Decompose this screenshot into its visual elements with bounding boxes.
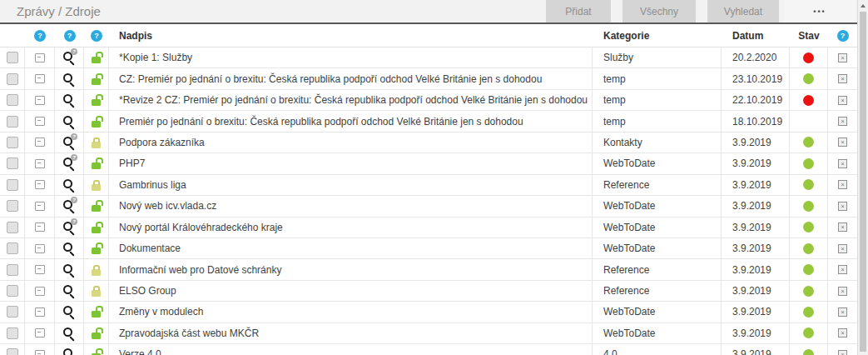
preview-magnifier-icon[interactable]: ? bbox=[62, 72, 76, 86]
preview-magnifier-icon[interactable]: ? bbox=[62, 242, 76, 255]
row-title[interactable]: *Revize 2 CZ: Premiér po jednání o brexi… bbox=[109, 90, 593, 110]
row-title[interactable]: CZ: Premiér po jednání o brexitu: Česká … bbox=[109, 68, 593, 88]
preview-magnifier-icon[interactable]: ? bbox=[62, 51, 76, 64]
delete-box-icon[interactable]: × bbox=[838, 96, 847, 105]
row-title[interactable]: PHP7 bbox=[109, 153, 593, 173]
preview-magnifier-icon[interactable]: ? bbox=[62, 178, 76, 192]
lock-icon[interactable] bbox=[92, 311, 101, 318]
expand-icon[interactable] bbox=[35, 117, 45, 126]
column-header-nadpis[interactable]: Nadpis bbox=[109, 24, 593, 47]
delete-box-icon[interactable]: × bbox=[838, 328, 847, 338]
preview-magnifier-icon[interactable]: ? bbox=[62, 327, 76, 340]
row-title[interactable]: Nový web icv.vlada.cz bbox=[109, 196, 593, 216]
column-header-stav[interactable]: Stav bbox=[790, 24, 828, 47]
lock-icon[interactable] bbox=[92, 248, 101, 254]
vyhledat-button[interactable]: Vyhledat bbox=[707, 0, 779, 22]
row-checkbox[interactable] bbox=[7, 242, 18, 254]
row-checkbox[interactable] bbox=[7, 200, 18, 212]
status-dot[interactable] bbox=[803, 201, 814, 212]
expand-icon[interactable] bbox=[35, 287, 45, 296]
row-title[interactable]: Nový portál Královéhradeckého kraje bbox=[109, 218, 593, 238]
lock-icon[interactable] bbox=[92, 142, 101, 148]
preview-magnifier-icon[interactable]: ? bbox=[62, 157, 76, 170]
row-checkbox[interactable] bbox=[7, 222, 18, 233]
status-dot[interactable] bbox=[803, 179, 814, 190]
scroll-up-arrow-icon[interactable] bbox=[861, 4, 866, 8]
status-dot[interactable] bbox=[803, 137, 814, 148]
expand-icon[interactable] bbox=[35, 265, 45, 274]
lock-icon[interactable] bbox=[92, 205, 101, 212]
delete-box-icon[interactable]: × bbox=[838, 74, 847, 83]
preview-magnifier-icon[interactable]: ? bbox=[62, 263, 76, 277]
expand-icon[interactable] bbox=[35, 244, 45, 253]
status-dot[interactable] bbox=[803, 52, 814, 63]
help-icon[interactable]: ? bbox=[837, 30, 849, 42]
delete-box-icon[interactable]: × bbox=[838, 117, 847, 126]
status-dot[interactable] bbox=[803, 286, 814, 297]
delete-box-icon[interactable]: × bbox=[838, 308, 847, 317]
row-title[interactable]: *Kopie 1: Služby bbox=[109, 48, 593, 68]
delete-box-icon[interactable]: × bbox=[838, 244, 847, 253]
expand-icon[interactable] bbox=[35, 222, 45, 232]
lock-icon[interactable] bbox=[92, 290, 101, 297]
status-dot[interactable] bbox=[803, 349, 814, 355]
expand-icon[interactable] bbox=[35, 138, 45, 147]
expand-icon[interactable] bbox=[35, 180, 45, 189]
delete-box-icon[interactable]: × bbox=[838, 202, 847, 211]
expand-icon[interactable] bbox=[35, 74, 45, 83]
help-icon[interactable]: ? bbox=[91, 30, 102, 42]
row-checkbox[interactable] bbox=[7, 158, 18, 169]
delete-box-icon[interactable]: × bbox=[838, 180, 847, 189]
status-dot[interactable] bbox=[803, 264, 814, 275]
row-title[interactable]: ELSO Group bbox=[109, 281, 593, 301]
preview-magnifier-icon[interactable]: ? bbox=[62, 348, 76, 355]
status-dot[interactable] bbox=[803, 307, 814, 318]
row-title[interactable]: Zpravodajská část webu MKČR bbox=[109, 323, 593, 343]
lock-icon[interactable] bbox=[92, 184, 101, 191]
delete-box-icon[interactable]: × bbox=[838, 287, 847, 296]
status-dot[interactable] bbox=[803, 73, 814, 84]
column-header-kategorie[interactable]: Kategorie bbox=[593, 24, 722, 47]
lock-icon[interactable] bbox=[92, 332, 101, 339]
preview-magnifier-icon[interactable]: ? bbox=[62, 93, 76, 107]
row-checkbox[interactable] bbox=[7, 52, 18, 63]
pridat-button[interactable]: Přidat bbox=[546, 0, 611, 22]
vsechny-button[interactable]: Všechny bbox=[622, 0, 696, 22]
expand-icon[interactable] bbox=[35, 308, 45, 317]
row-checkbox[interactable] bbox=[7, 116, 18, 128]
lock-icon[interactable] bbox=[92, 121, 101, 128]
status-dot[interactable] bbox=[803, 158, 814, 169]
lock-icon[interactable] bbox=[92, 57, 101, 63]
status-dot[interactable] bbox=[803, 328, 814, 338]
expand-icon[interactable] bbox=[35, 328, 45, 338]
row-title[interactable]: Gambrinus liga bbox=[109, 175, 593, 195]
delete-box-icon[interactable]: × bbox=[838, 222, 847, 232]
row-title[interactable]: Verze 4.0 bbox=[109, 344, 593, 355]
delete-box-icon[interactable]: × bbox=[838, 138, 847, 147]
status-dot[interactable] bbox=[803, 243, 814, 254]
row-title[interactable]: Informační web pro Datové schránky bbox=[109, 259, 593, 279]
row-checkbox[interactable] bbox=[7, 137, 18, 148]
preview-magnifier-icon[interactable]: ? bbox=[62, 115, 76, 128]
delete-box-icon[interactable]: × bbox=[838, 350, 847, 355]
help-icon[interactable]: ? bbox=[64, 30, 76, 42]
row-checkbox[interactable] bbox=[7, 264, 18, 276]
preview-magnifier-icon[interactable]: ? bbox=[62, 136, 76, 149]
lock-icon[interactable] bbox=[92, 78, 101, 85]
row-checkbox[interactable] bbox=[7, 94, 18, 106]
column-header-datum[interactable]: Datum bbox=[722, 24, 790, 47]
row-checkbox[interactable] bbox=[7, 348, 18, 355]
delete-box-icon[interactable]: × bbox=[838, 265, 847, 274]
row-checkbox[interactable] bbox=[7, 179, 18, 191]
row-title[interactable]: Podpora zákazníka bbox=[109, 132, 593, 152]
lock-icon[interactable] bbox=[92, 227, 101, 233]
preview-magnifier-icon[interactable]: ? bbox=[62, 284, 76, 298]
lock-icon[interactable] bbox=[92, 99, 101, 106]
status-dot[interactable] bbox=[803, 222, 814, 232]
delete-box-icon[interactable]: × bbox=[838, 159, 847, 168]
preview-magnifier-icon[interactable]: ? bbox=[62, 199, 76, 212]
expand-icon[interactable] bbox=[35, 202, 45, 211]
more-options-button[interactable]: ••• bbox=[784, 0, 856, 22]
lock-icon[interactable] bbox=[92, 269, 101, 276]
row-checkbox[interactable] bbox=[7, 306, 18, 318]
